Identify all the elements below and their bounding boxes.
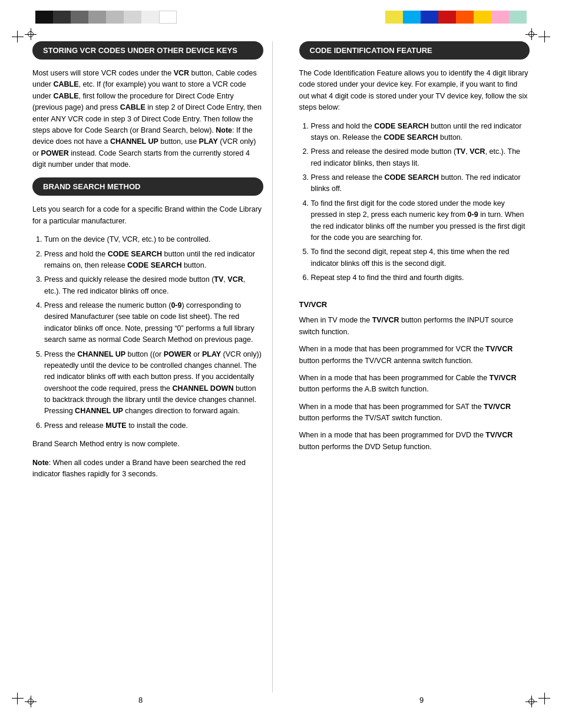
code-id-step-4: To find the first digit for the code sto… bbox=[311, 198, 530, 244]
right-column: CODE IDENTIFICATION FEATURE The Code Ide… bbox=[290, 41, 530, 693]
page-number-left: 8 bbox=[138, 696, 143, 704]
code-id-steps: Press and hold the CODE SEARCH button un… bbox=[299, 121, 530, 284]
brand-step-1: Turn on the device (TV, VCR, etc.) to be… bbox=[44, 234, 263, 245]
code-id-step-5: To find the second digit, repeat step 4,… bbox=[311, 246, 530, 269]
brand-search-intro: Lets you search for a code for a specifi… bbox=[32, 204, 263, 227]
left-column: STORING VCR CODES UNDER OTHER DEVICE KEY… bbox=[32, 41, 273, 693]
tvvcr-para-2: When in a mode that has been programmed … bbox=[299, 344, 530, 367]
section-header-code-id: CODE IDENTIFICATION FEATURE bbox=[299, 41, 530, 60]
page-content: STORING VCR CODES UNDER OTHER DEVICE KEY… bbox=[0, 0, 562, 728]
storing-body-text: Most users will store VCR codes under th… bbox=[32, 68, 263, 170]
page-number-right: 9 bbox=[419, 696, 424, 704]
section-header-storing: STORING VCR CODES UNDER OTHER DEVICE KEY… bbox=[32, 41, 263, 60]
code-id-step-3: Press and release the CODE SEARCH button… bbox=[311, 172, 530, 195]
brand-step-4: Press and release the numeric button (0-… bbox=[44, 300, 263, 346]
tvvcr-para-3: When in a mode that has been programmed … bbox=[299, 373, 530, 396]
brand-step-2: Press and hold the CODE SEARCH button un… bbox=[44, 249, 263, 272]
brand-search-note: Note: When all codes under a Brand have … bbox=[32, 457, 263, 480]
code-id-step-1: Press and hold the CODE SEARCH button un… bbox=[311, 121, 530, 144]
code-id-step-6: Repeat step 4 to find the third and four… bbox=[311, 272, 530, 284]
brand-step-5: Press the CHANNEL UP button ((or POWER o… bbox=[44, 349, 263, 417]
tvvcr-para-4: When in a mode that has been programmed … bbox=[299, 401, 530, 424]
code-id-step-2: Press and release the desired mode butto… bbox=[311, 146, 530, 169]
section-header-brand: BRAND SEARCH METHOD bbox=[32, 177, 263, 196]
brand-step-6: Press and release MUTE to install the co… bbox=[44, 420, 263, 431]
code-id-intro: The Code Identification Feature allows y… bbox=[299, 68, 530, 114]
brand-search-outro: Brand Search Method entry is now complet… bbox=[32, 439, 263, 450]
tvvcr-para-5: When in a mode that has been programmed … bbox=[299, 430, 530, 453]
tvvcr-para-1: When in TV mode the TV/VCR button perfor… bbox=[299, 315, 530, 338]
brand-search-steps: Turn on the device (TV, VCR, etc.) to be… bbox=[32, 234, 263, 431]
tvvcr-title: TV/VCR bbox=[299, 300, 530, 309]
page-numbers: 8 9 bbox=[0, 696, 562, 704]
brand-step-3: Press and quickly release the desired mo… bbox=[44, 274, 263, 297]
